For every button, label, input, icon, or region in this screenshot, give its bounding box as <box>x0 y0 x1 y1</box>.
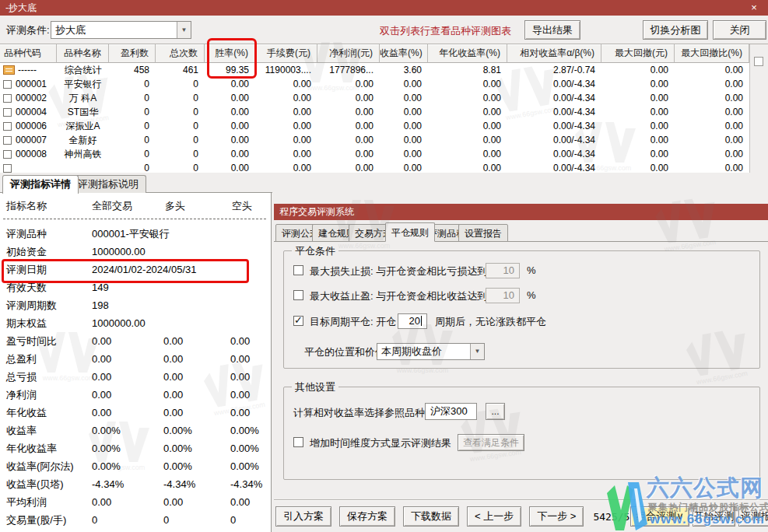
detail-cell: 收益率 <box>6 422 37 439</box>
table-cell: 0.00 <box>428 77 507 91</box>
detail-row: 评测品种000001-平安银行 <box>0 225 272 243</box>
column-header[interactable]: 最大回撤(元) <box>601 44 675 63</box>
table-row[interactable]: ------综合统计45846199.351190003....1777896.… <box>0 63 749 77</box>
table-row[interactable]: 000004ST国华000.000.000.000.000.000.00/-4.… <box>0 105 749 119</box>
tab-4[interactable]: 平仓规则 <box>385 222 435 242</box>
table-cell: ------ <box>0 63 57 77</box>
row-checkbox-icon[interactable] <box>3 164 12 173</box>
target-period-input[interactable]: 20 <box>398 313 427 329</box>
detail-row: 总盈利0.000.000.00 <box>0 350 272 368</box>
tab-indicator-detail[interactable]: 评测指标详情 <box>2 175 79 194</box>
table-row[interactable]: 000007全新好000.000.000.000.000.000.00/-4.3… <box>0 133 749 147</box>
detail-row: 年化收益率0.00%0.00%0.00% <box>0 439 272 457</box>
close-position-label: 平仓的位置和价位 <box>304 345 385 359</box>
time-dimension-checkbox[interactable] <box>293 437 303 447</box>
toolbar: 评测条件: 抄大底 ▼ 双击列表行查看品种评测图表 导出结果 切换分析图 关闭 <box>0 16 768 44</box>
footer-button[interactable]: 引入方案 <box>275 506 331 527</box>
tab-indicator-help[interactable]: 评测指标说明 <box>70 175 146 193</box>
column-header[interactable]: 最大回撤比(%) <box>675 44 749 63</box>
symbol-code: 000004 <box>16 105 47 119</box>
detail-cell: 0 <box>163 511 169 529</box>
column-header[interactable]: 收益率(%) <box>380 44 428 63</box>
detail-cell: 盈亏时间比 <box>6 332 57 350</box>
stop-loss-input[interactable]: 10 <box>486 263 520 278</box>
switch-chart-button[interactable]: 切换分析图 <box>643 20 708 40</box>
symbol-code: 000007 <box>16 133 47 147</box>
table-cell: 0.00 <box>675 161 749 173</box>
take-profit-checkbox[interactable] <box>293 290 303 300</box>
detail-row: 期末权益1000000.00 <box>0 314 272 332</box>
stop-loss-checkbox[interactable] <box>293 265 303 275</box>
column-header[interactable]: 品种名称 <box>57 44 109 63</box>
footer-button[interactable]: 下载数据 <box>403 506 459 527</box>
target-period-checkbox[interactable] <box>293 316 303 326</box>
column-header[interactable]: 相对收益率α/β(%) <box>507 44 601 63</box>
table-cell: 0.00 <box>255 77 317 91</box>
detail-row: 净利润0.000.000.00 <box>0 386 272 404</box>
detail-cell: 0.00 <box>230 350 250 368</box>
combo-evaluate-button[interactable]: 组合评测∨ <box>630 506 689 527</box>
column-header[interactable]: 总次数 <box>156 44 205 63</box>
table-cell: 461 <box>156 63 205 77</box>
close-button[interactable]: 关闭 <box>713 20 766 40</box>
column-header[interactable]: 品种代码 <box>0 44 57 63</box>
table-cell: 0.00 <box>428 119 507 133</box>
export-results-button[interactable]: 导出结果 <box>524 20 580 40</box>
col-long: 多头 <box>165 199 185 213</box>
row-checkbox-icon[interactable] <box>3 122 12 131</box>
row-checkbox-icon[interactable] <box>3 108 12 117</box>
results-table-head: 品种代码品种名称盈利数总次数胜率(%)手续费(元)净利润(元)收益率(%)年化收… <box>0 44 768 63</box>
detail-cell: 收益率(贝塔) <box>6 475 64 493</box>
chevron-down-icon[interactable]: ▼ <box>470 344 484 359</box>
view-conditions-button[interactable]: 查看满足条件 <box>458 434 524 451</box>
column-header[interactable]: 净利润(元) <box>317 44 380 63</box>
table-row[interactable]: 000002万 科A000.000.000.000.000.000.00/-4.… <box>0 91 749 105</box>
column-header[interactable]: 手续费(元) <box>255 44 317 63</box>
detail-row: 有效天数149 <box>0 278 272 296</box>
table-row[interactable]: 000006深振业A000.000.000.000.000.000.00/-4.… <box>0 119 749 133</box>
table-cell: 000006 <box>0 119 57 133</box>
table-row[interactable]: 000001平安银行000.000.000.000.000.000.00/-4.… <box>0 77 749 91</box>
close-position-select[interactable]: 本周期收盘价 ▼ <box>377 343 485 360</box>
column-header[interactable]: 盈利数 <box>109 44 156 63</box>
footer-button[interactable]: 保存方案 <box>339 506 395 527</box>
window-title: -抄大底 <box>5 2 37 13</box>
footer-button[interactable]: 下一步 > <box>529 506 584 527</box>
start-evaluate-button[interactable]: 开始评测 <box>693 506 735 527</box>
detail-row: 年化收益0.000.000.00 <box>0 404 272 422</box>
detail-row: 交易量(股/手)000 <box>0 511 272 529</box>
reference-input[interactable]: 沪深300 <box>425 403 477 420</box>
detail-cell: 0.00 <box>92 493 111 511</box>
table-cell: 0 <box>156 133 205 147</box>
table-cell: 0 <box>109 161 156 173</box>
table-cell: 0.00 <box>675 133 749 147</box>
detail-cell: 0.00% <box>163 422 192 439</box>
condition-select[interactable]: 抄大底 ▼ <box>51 21 191 39</box>
row-checkbox-icon[interactable] <box>3 136 12 145</box>
row-checkbox-icon[interactable] <box>3 150 12 159</box>
detail-cell: 0.00 <box>163 368 183 386</box>
table-cell: 0 <box>156 77 205 91</box>
detail-row: 盈亏时间比0.000.000.00 <box>0 332 272 350</box>
footer-button[interactable]: < 上一步 <box>467 506 521 527</box>
row-checkbox-icon[interactable] <box>3 80 12 89</box>
row-checkbox-icon[interactable] <box>3 94 12 103</box>
chevron-down-icon[interactable]: ▼ <box>177 22 191 38</box>
take-profit-input[interactable]: 10 <box>486 288 520 303</box>
column-header[interactable]: 胜率(%) <box>205 44 255 63</box>
table-cell: 0.00 <box>675 105 749 119</box>
table-cell <box>57 161 109 173</box>
browse-button[interactable]: ... <box>486 403 505 420</box>
table-row[interactable]: 000008神州高铁000.000.000.000.000.000.00/-4.… <box>0 147 749 161</box>
column-header[interactable]: 年化收益率(%) <box>428 44 507 63</box>
table-cell: 0.00 <box>317 105 380 119</box>
evaluate-report-button[interactable]: 评测报告 <box>738 506 768 527</box>
detail-cell: 0.00 <box>92 332 111 350</box>
tab-6[interactable]: 设置报告 <box>458 224 508 242</box>
scrollbar-thumb[interactable] <box>754 57 763 66</box>
detail-cell: 0.00 <box>230 493 250 511</box>
vertical-scrollbar[interactable] <box>749 44 768 173</box>
detail-cell: -4.34% <box>92 475 124 493</box>
table-row[interactable]: 000.000.000.000.000.000.00/-4.340.000.00 <box>0 161 749 173</box>
close-icon[interactable]: × <box>748 0 760 16</box>
